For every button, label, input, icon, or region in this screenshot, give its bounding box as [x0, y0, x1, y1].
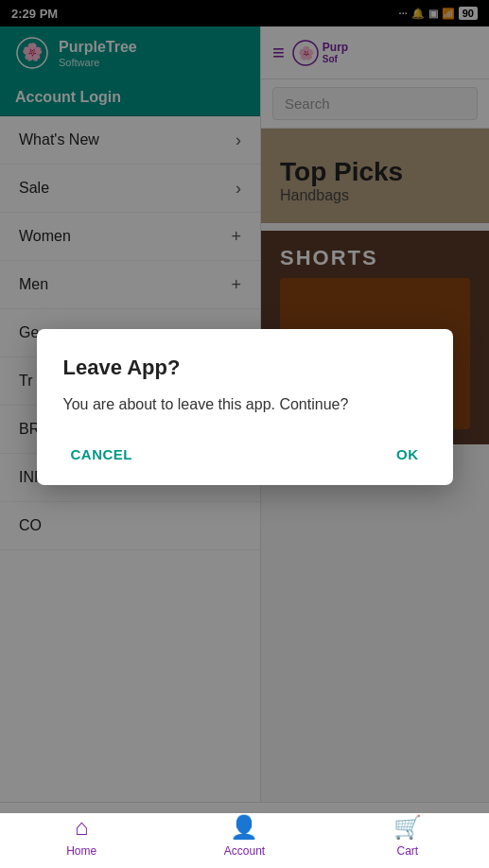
home-icon: ⌂ [75, 814, 89, 841]
ok-button[interactable]: OK [389, 443, 427, 466]
bottom-nav-account[interactable]: 👤 Account [163, 814, 325, 858]
dialog-title: Leave App? [63, 356, 427, 380]
bottom-nav-cart[interactable]: 🛒 Cart [326, 814, 489, 858]
dialog-actions: CANCEL OK [63, 443, 427, 466]
dialog-overlay: Leave App? You are about to leave this a… [0, 0, 489, 813]
account-label: Account [224, 844, 265, 858]
home-label: Home [66, 844, 96, 858]
cancel-button[interactable]: CANCEL [63, 443, 141, 466]
account-icon: 👤 [230, 814, 258, 841]
bottom-nav-home[interactable]: ⌂ Home [0, 814, 163, 858]
cart-label: Cart [396, 844, 418, 858]
dialog-message: You are about to leave this app. Continu… [63, 393, 427, 416]
leave-app-dialog: Leave App? You are about to leave this a… [37, 329, 453, 485]
cart-icon: 🛒 [393, 814, 422, 841]
